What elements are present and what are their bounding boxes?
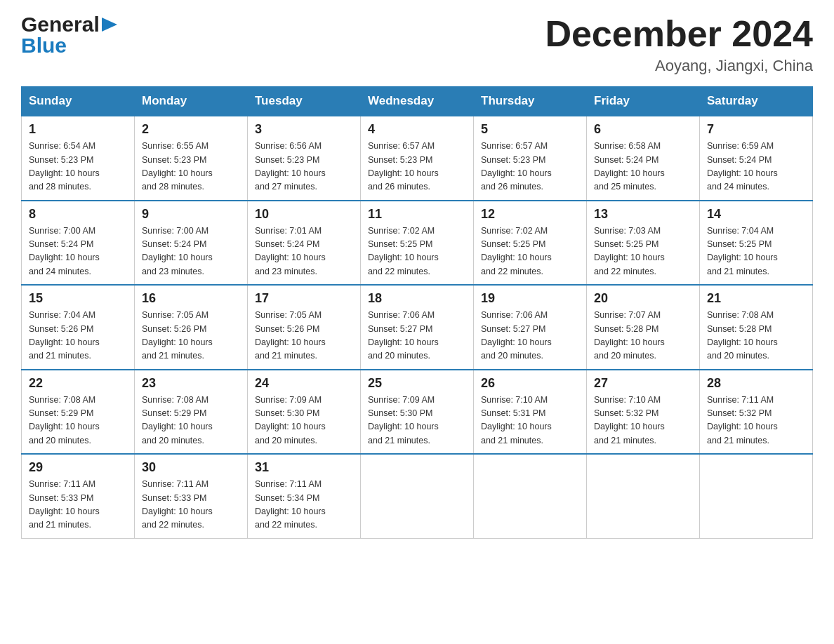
day-info: Sunrise: 7:09 AMSunset: 5:30 PMDaylight:…: [255, 394, 353, 448]
col-header-thursday: Thursday: [474, 87, 587, 116]
day-number: 22: [29, 376, 127, 391]
day-info: Sunrise: 7:05 AMSunset: 5:26 PMDaylight:…: [255, 309, 353, 363]
day-number: 1: [29, 122, 127, 137]
day-number: 15: [29, 291, 127, 306]
day-info: Sunrise: 7:03 AMSunset: 5:25 PMDaylight:…: [594, 224, 692, 279]
day-number: 24: [255, 376, 353, 391]
day-number: 17: [255, 291, 353, 306]
day-info: Sunrise: 7:00 AMSunset: 5:24 PMDaylight:…: [142, 224, 240, 279]
day-cell: [474, 454, 587, 538]
day-cell: 27Sunrise: 7:10 AMSunset: 5:32 PMDayligh…: [587, 370, 700, 455]
day-cell: 30Sunrise: 7:11 AMSunset: 5:33 PMDayligh…: [135, 454, 248, 538]
day-number: 23: [142, 376, 240, 391]
day-number: 5: [481, 122, 579, 137]
day-number: 28: [707, 376, 805, 391]
col-header-friday: Friday: [587, 87, 700, 116]
svg-marker-0: [102, 18, 117, 32]
day-cell: 28Sunrise: 7:11 AMSunset: 5:32 PMDayligh…: [700, 370, 813, 455]
page-header: General Blue December 2024 Aoyang, Jiang…: [21, 14, 813, 75]
day-cell: 21Sunrise: 7:08 AMSunset: 5:28 PMDayligh…: [700, 285, 813, 370]
day-number: 14: [707, 207, 805, 222]
day-number: 3: [255, 122, 353, 137]
day-number: 8: [29, 207, 127, 222]
day-cell: 29Sunrise: 7:11 AMSunset: 5:33 PMDayligh…: [22, 454, 135, 538]
day-cell: 20Sunrise: 7:07 AMSunset: 5:28 PMDayligh…: [587, 285, 700, 370]
day-info: Sunrise: 7:11 AMSunset: 5:33 PMDaylight:…: [142, 478, 240, 532]
col-header-tuesday: Tuesday: [248, 87, 361, 116]
day-cell: 24Sunrise: 7:09 AMSunset: 5:30 PMDayligh…: [248, 370, 361, 455]
day-info: Sunrise: 6:58 AMSunset: 5:24 PMDaylight:…: [594, 140, 692, 194]
day-number: 19: [481, 291, 579, 306]
day-cell: 7Sunrise: 6:59 AMSunset: 5:24 PMDaylight…: [700, 116, 813, 201]
month-title: December 2024: [545, 14, 813, 54]
day-info: Sunrise: 7:00 AMSunset: 5:24 PMDaylight:…: [29, 224, 127, 279]
day-info: Sunrise: 7:06 AMSunset: 5:27 PMDaylight:…: [368, 309, 466, 363]
day-cell: 4Sunrise: 6:57 AMSunset: 5:23 PMDaylight…: [361, 116, 474, 201]
week-row-5: 29Sunrise: 7:11 AMSunset: 5:33 PMDayligh…: [22, 454, 813, 538]
day-cell: 6Sunrise: 6:58 AMSunset: 5:24 PMDaylight…: [587, 116, 700, 201]
day-number: 31: [255, 460, 353, 475]
day-info: Sunrise: 6:55 AMSunset: 5:23 PMDaylight:…: [142, 140, 240, 194]
day-info: Sunrise: 7:05 AMSunset: 5:26 PMDaylight:…: [142, 309, 240, 363]
day-cell: 18Sunrise: 7:06 AMSunset: 5:27 PMDayligh…: [361, 285, 474, 370]
day-info: Sunrise: 6:59 AMSunset: 5:24 PMDaylight:…: [707, 140, 805, 194]
day-number: 26: [481, 376, 579, 391]
title-section: December 2024 Aoyang, Jiangxi, China: [545, 14, 813, 75]
day-number: 10: [255, 207, 353, 222]
logo-arrow-icon: [102, 18, 117, 32]
day-number: 2: [142, 122, 240, 137]
day-info: Sunrise: 7:10 AMSunset: 5:31 PMDaylight:…: [481, 394, 579, 448]
day-info: Sunrise: 6:54 AMSunset: 5:23 PMDaylight:…: [29, 140, 127, 194]
logo-blue-text: Blue: [21, 35, 67, 56]
location: Aoyang, Jiangxi, China: [545, 57, 813, 75]
logo: General Blue: [21, 14, 117, 56]
day-info: Sunrise: 7:08 AMSunset: 5:29 PMDaylight:…: [29, 394, 127, 448]
day-info: Sunrise: 7:07 AMSunset: 5:28 PMDaylight:…: [594, 309, 692, 363]
day-info: Sunrise: 7:09 AMSunset: 5:30 PMDaylight:…: [368, 394, 466, 448]
day-info: Sunrise: 7:11 AMSunset: 5:34 PMDaylight:…: [255, 478, 353, 532]
day-cell: 9Sunrise: 7:00 AMSunset: 5:24 PMDaylight…: [135, 201, 248, 286]
day-number: 6: [594, 122, 692, 137]
day-cell: 5Sunrise: 6:57 AMSunset: 5:23 PMDaylight…: [474, 116, 587, 201]
day-info: Sunrise: 7:10 AMSunset: 5:32 PMDaylight:…: [594, 394, 692, 448]
day-info: Sunrise: 7:08 AMSunset: 5:29 PMDaylight:…: [142, 394, 240, 448]
day-info: Sunrise: 7:11 AMSunset: 5:33 PMDaylight:…: [29, 478, 127, 532]
day-cell: [587, 454, 700, 538]
day-number: 13: [594, 207, 692, 222]
day-info: Sunrise: 7:04 AMSunset: 5:25 PMDaylight:…: [707, 224, 805, 279]
week-row-1: 1Sunrise: 6:54 AMSunset: 5:23 PMDaylight…: [22, 116, 813, 201]
day-cell: 13Sunrise: 7:03 AMSunset: 5:25 PMDayligh…: [587, 201, 700, 286]
day-cell: 25Sunrise: 7:09 AMSunset: 5:30 PMDayligh…: [361, 370, 474, 455]
day-cell: 2Sunrise: 6:55 AMSunset: 5:23 PMDaylight…: [135, 116, 248, 201]
day-number: 27: [594, 376, 692, 391]
week-row-3: 15Sunrise: 7:04 AMSunset: 5:26 PMDayligh…: [22, 285, 813, 370]
day-cell: 16Sunrise: 7:05 AMSunset: 5:26 PMDayligh…: [135, 285, 248, 370]
day-cell: 26Sunrise: 7:10 AMSunset: 5:31 PMDayligh…: [474, 370, 587, 455]
day-cell: [361, 454, 474, 538]
day-cell: 19Sunrise: 7:06 AMSunset: 5:27 PMDayligh…: [474, 285, 587, 370]
day-cell: 11Sunrise: 7:02 AMSunset: 5:25 PMDayligh…: [361, 201, 474, 286]
day-cell: 15Sunrise: 7:04 AMSunset: 5:26 PMDayligh…: [22, 285, 135, 370]
day-cell: 1Sunrise: 6:54 AMSunset: 5:23 PMDaylight…: [22, 116, 135, 201]
calendar-table: SundayMondayTuesdayWednesdayThursdayFrid…: [21, 86, 813, 539]
week-row-4: 22Sunrise: 7:08 AMSunset: 5:29 PMDayligh…: [22, 370, 813, 455]
day-number: 4: [368, 122, 466, 137]
day-cell: 23Sunrise: 7:08 AMSunset: 5:29 PMDayligh…: [135, 370, 248, 455]
day-number: 7: [707, 122, 805, 137]
day-info: Sunrise: 7:04 AMSunset: 5:26 PMDaylight:…: [29, 309, 127, 363]
day-number: 12: [481, 207, 579, 222]
day-info: Sunrise: 7:06 AMSunset: 5:27 PMDaylight:…: [481, 309, 579, 363]
calendar-header-row: SundayMondayTuesdayWednesdayThursdayFrid…: [22, 87, 813, 116]
day-info: Sunrise: 7:08 AMSunset: 5:28 PMDaylight:…: [707, 309, 805, 363]
day-info: Sunrise: 7:01 AMSunset: 5:24 PMDaylight:…: [255, 224, 353, 279]
day-cell: 10Sunrise: 7:01 AMSunset: 5:24 PMDayligh…: [248, 201, 361, 286]
day-cell: 3Sunrise: 6:56 AMSunset: 5:23 PMDaylight…: [248, 116, 361, 201]
day-number: 9: [142, 207, 240, 222]
day-info: Sunrise: 6:56 AMSunset: 5:23 PMDaylight:…: [255, 140, 353, 194]
day-number: 18: [368, 291, 466, 306]
day-info: Sunrise: 7:11 AMSunset: 5:32 PMDaylight:…: [707, 394, 805, 448]
day-number: 16: [142, 291, 240, 306]
logo-general-text: General: [21, 14, 100, 35]
day-info: Sunrise: 6:57 AMSunset: 5:23 PMDaylight:…: [481, 140, 579, 194]
day-cell: 12Sunrise: 7:02 AMSunset: 5:25 PMDayligh…: [474, 201, 587, 286]
